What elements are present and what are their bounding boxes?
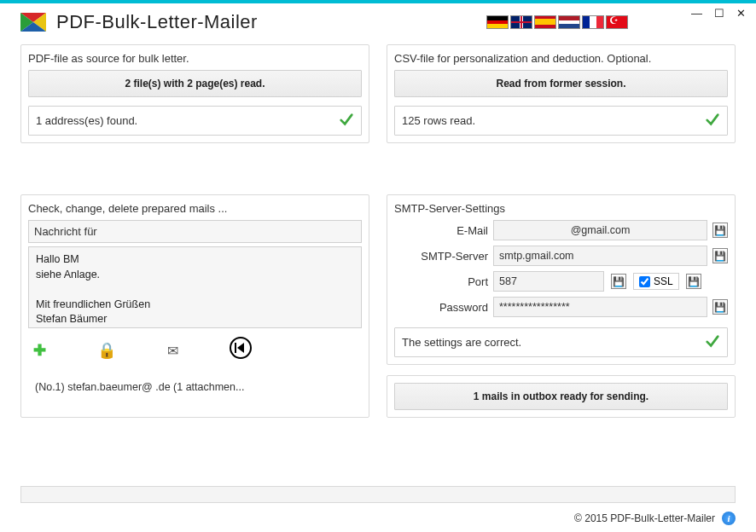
csv-status-text: 125 rows read.: [402, 114, 475, 127]
copyright-text: © 2015 PDF-Bulk-Letter-Mailer: [574, 512, 715, 524]
ssl-checkbox-input[interactable]: [639, 276, 650, 287]
pdf-panel-label: PDF-file as source for bulk letter.: [28, 52, 362, 65]
mails-panel: Check, change, delete prepared mails ...…: [20, 194, 369, 418]
csv-source-panel: CSV-file for personalization and deducti…: [387, 44, 736, 143]
svg-marker-5: [237, 343, 244, 353]
pdf-status-row: 1 address(es) found.: [28, 106, 362, 136]
mail-actions: ✚ 🔒 ✉: [28, 328, 362, 367]
smtp-status-text: The settings are correct.: [402, 336, 521, 349]
csv-read-button[interactable]: Read from former session.: [394, 70, 728, 97]
smtp-email-input[interactable]: [493, 220, 707, 240]
envelope-icon[interactable]: ✉: [167, 343, 178, 359]
ssl-checkbox[interactable]: SSL: [633, 273, 679, 290]
pdf-read-button[interactable]: 2 file(s) with 2 page(es) read.: [28, 70, 362, 97]
save-icon[interactable]: 💾: [611, 274, 626, 289]
check-icon: [705, 112, 720, 130]
maximize-button[interactable]: ☐: [714, 7, 724, 20]
flag-tr-icon[interactable]: [606, 15, 628, 29]
smtp-title: SMTP-Server-Settings: [394, 202, 728, 215]
footer: © 2015 PDF-Bulk-Letter-Mailer i: [574, 512, 736, 525]
flag-es-icon[interactable]: [534, 15, 556, 29]
info-icon[interactable]: i: [722, 512, 736, 525]
language-flags: [486, 15, 628, 29]
add-icon[interactable]: ✚: [33, 341, 46, 360]
send-button[interactable]: 1 mails in outbox ready for sending.: [394, 383, 728, 410]
ssl-label: SSL: [654, 275, 673, 287]
svg-rect-6: [235, 343, 236, 353]
smtp-settings-panel: SMTP-Server-Settings E-Mail 💾 SMTP-Serve…: [387, 194, 736, 365]
check-icon: [339, 112, 354, 130]
smtp-password-label: Password: [394, 301, 488, 314]
mails-panel-label: Check, change, delete prepared mails ...: [28, 202, 362, 215]
minimize-button[interactable]: —: [691, 7, 702, 20]
mail-subject-input[interactable]: [28, 220, 362, 243]
send-panel: 1 mails in outbox ready for sending.: [387, 375, 736, 418]
save-icon[interactable]: 💾: [712, 248, 728, 263]
csv-status-row: 125 rows read.: [394, 106, 728, 136]
smtp-email-label: E-Mail: [394, 224, 488, 237]
window-controls: — ☐ ✕: [691, 7, 746, 20]
save-icon[interactable]: 💾: [712, 299, 728, 315]
smtp-server-label: SMTP-Server: [394, 250, 488, 263]
smtp-port-input[interactable]: [493, 271, 604, 292]
pdf-source-panel: PDF-file as source for bulk letter. 2 fi…: [20, 44, 369, 143]
rewind-icon[interactable]: [230, 337, 252, 364]
lock-icon[interactable]: 🔒: [97, 341, 116, 360]
smtp-password-input[interactable]: [493, 297, 707, 317]
smtp-port-label: Port: [394, 275, 488, 288]
flag-nl-icon[interactable]: [558, 15, 580, 29]
mail-body-textarea[interactable]: Hallo BM siehe Anlage. Mit freundlichen …: [28, 246, 362, 328]
csv-panel-label: CSV-file for personalization and deducti…: [394, 52, 728, 65]
header: PDF-Bulk-Letter-Mailer: [0, 3, 756, 41]
smtp-status-row: The settings are correct.: [394, 327, 728, 357]
flag-uk-icon[interactable]: [510, 15, 532, 29]
check-icon: [705, 333, 720, 351]
close-button[interactable]: ✕: [736, 7, 746, 20]
flag-de-icon[interactable]: [486, 15, 509, 29]
flag-fr-icon[interactable]: [582, 15, 604, 29]
app-logo-icon: [20, 13, 46, 32]
smtp-server-input[interactable]: [493, 246, 707, 266]
outbox-current-line: (No.1) stefan.baeumer@ .de (1 attachmen.…: [28, 367, 362, 396]
pdf-status-text: 1 address(es) found.: [36, 114, 137, 127]
save-icon[interactable]: 💾: [686, 274, 701, 289]
app-title: PDF-Bulk-Letter-Mailer: [56, 11, 258, 33]
status-bar: [20, 486, 736, 503]
save-icon[interactable]: 💾: [712, 223, 728, 238]
